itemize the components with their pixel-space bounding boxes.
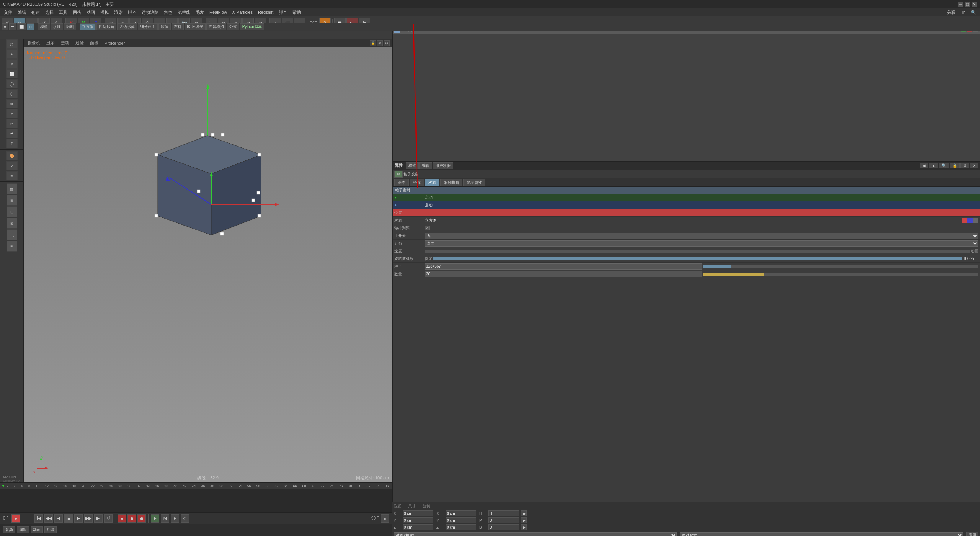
mode-points[interactable]: ● bbox=[2, 23, 8, 30]
attr-settings-btn[interactable]: 🔍 bbox=[939, 163, 949, 168]
vp-tab-options[interactable]: 选项 bbox=[59, 39, 71, 47]
mode-polygons[interactable]: ⬜ bbox=[17, 23, 26, 30]
menu-realflow[interactable]: RealFlow bbox=[207, 9, 229, 15]
vp-tab-panel[interactable]: 面板 bbox=[88, 39, 100, 47]
tool-grid6[interactable]: ≡ bbox=[7, 241, 17, 252]
menu-panel-right[interactable]: 关联 bbox=[945, 9, 958, 16]
coord-x-rot[interactable] bbox=[488, 510, 519, 516]
coord-z-rot[interactable] bbox=[488, 524, 519, 530]
menu-search[interactable]: 🔍 bbox=[969, 9, 978, 16]
attr-more-btn[interactable]: ⚙ bbox=[960, 163, 969, 168]
snap-btn[interactable]: 立方体 bbox=[80, 23, 96, 30]
tool-select[interactable]: ◎ bbox=[6, 39, 18, 49]
part-mode[interactable]: 公式 bbox=[227, 23, 239, 30]
attr-tab-basic[interactable]: 基本 bbox=[394, 179, 409, 186]
menu-mesh[interactable]: 网格 bbox=[70, 9, 83, 16]
menu-ir[interactable]: Ir bbox=[959, 9, 967, 16]
mode-object[interactable]: ◻ bbox=[27, 23, 34, 30]
menu-edit[interactable]: 编辑 bbox=[15, 9, 28, 16]
coord-apply-btn[interactable]: 应用 bbox=[966, 532, 978, 536]
anim-fn-btn[interactable]: 动画 bbox=[31, 526, 43, 533]
tool-circle[interactable]: ◯ bbox=[6, 79, 18, 88]
attr-section-emitter[interactable]: 粒子发射 bbox=[393, 187, 980, 194]
coord-z-size[interactable] bbox=[446, 524, 476, 530]
attr-input-pos[interactable] bbox=[425, 210, 978, 216]
timeline-list-btn[interactable]: ≡ bbox=[381, 514, 389, 523]
tool-sculpt2[interactable]: ⊘ bbox=[6, 161, 18, 170]
vp-tab-filter[interactable]: 过滤 bbox=[74, 39, 85, 47]
mode-model[interactable]: 模型 bbox=[38, 23, 50, 30]
menu-render[interactable]: 渲染 bbox=[112, 9, 125, 16]
keyframe-add-btn[interactable]: ● bbox=[11, 514, 20, 523]
emitter-icon-btn[interactable]: ⊕ bbox=[394, 171, 403, 178]
viewport[interactable]: 摄像机 显示 选项 过滤 面板 ProRender 🔒 ⊕ ⚙ bbox=[24, 39, 392, 482]
mode-texture[interactable]: 纹理 bbox=[51, 23, 63, 30]
stop-btn[interactable]: ■ bbox=[64, 514, 73, 523]
menu-xp[interactable]: X-Particles bbox=[230, 9, 255, 15]
attr-obj-remove-btn[interactable] bbox=[962, 218, 967, 223]
menu-select[interactable]: 选择 bbox=[43, 9, 56, 16]
anim-edit-btn[interactable]: 编辑 bbox=[17, 526, 29, 533]
tool-grid4[interactable]: ⊠ bbox=[7, 218, 17, 229]
minimize-btn[interactable]: ─ bbox=[958, 2, 963, 7]
menu-animation[interactable]: 动画 bbox=[84, 9, 97, 16]
attr-back-btn[interactable]: ◀ bbox=[920, 163, 928, 168]
goto-start-btn[interactable]: |◀ bbox=[34, 514, 43, 523]
coord-y-size[interactable] bbox=[446, 517, 476, 523]
coord-z-inc[interactable]: ▶ bbox=[521, 524, 527, 530]
menu-tools[interactable]: 工具 bbox=[57, 9, 70, 16]
attr-tab-display[interactable]: 显示属性 bbox=[463, 179, 485, 186]
sym-btn[interactable]: 软体 bbox=[158, 23, 171, 30]
menu-character[interactable]: 角色 bbox=[162, 9, 175, 16]
coord-y-rot[interactable] bbox=[488, 517, 519, 523]
menu-simulate[interactable]: 模拟 bbox=[98, 9, 111, 16]
attr-userdata-btn[interactable]: 用户数据 bbox=[433, 162, 453, 169]
rec-auto-btn[interactable]: ⏺ bbox=[127, 514, 136, 523]
attr-mode-btn[interactable]: 模式 bbox=[406, 162, 419, 169]
tool-live-selection[interactable]: ⊕ bbox=[6, 59, 18, 69]
tool-knife[interactable]: ✂ bbox=[6, 119, 18, 128]
menu-motion[interactable]: 运动追踪 bbox=[139, 9, 161, 16]
menu-redshift[interactable]: Redshift bbox=[256, 9, 276, 15]
vp-hud-btn[interactable]: ⊕ bbox=[377, 40, 383, 46]
py-mode[interactable]: Python脚本 bbox=[240, 23, 264, 30]
attr-edit-btn[interactable]: 编辑 bbox=[419, 162, 432, 169]
attr-obj-browse-btn[interactable]: … bbox=[973, 218, 978, 223]
tool-pen[interactable]: ✏ bbox=[6, 99, 18, 108]
timeline-mode-btn4[interactable]: ⏱ bbox=[181, 514, 189, 523]
loop-btn[interactable]: ↺ bbox=[104, 514, 113, 523]
rec-btn[interactable]: ● bbox=[118, 514, 126, 523]
attr-tab-coord[interactable]: 坐标 bbox=[410, 179, 424, 186]
menu-hair[interactable]: 毛发 bbox=[193, 9, 206, 16]
hair-mode[interactable]: 布料 bbox=[172, 23, 184, 30]
attr-speed-addon-btn[interactable]: 动画 bbox=[971, 248, 978, 254]
ngon-snap[interactable]: 四边形体 bbox=[117, 23, 137, 30]
coord-size-dropdown[interactable]: 绝对尺寸 bbox=[680, 532, 963, 536]
tool-magnet[interactable]: ⌖ bbox=[6, 109, 18, 118]
tool-paint[interactable]: 🎨 bbox=[6, 151, 18, 160]
attr-tab-object[interactable]: 对象 bbox=[425, 179, 439, 186]
menu-script[interactable]: 脚本 bbox=[126, 9, 139, 16]
vp-tab-prorender[interactable]: ProRender bbox=[103, 40, 126, 46]
attr-close-btn[interactable]: ✕ bbox=[970, 163, 978, 168]
attr-slider-seed[interactable] bbox=[703, 265, 978, 268]
attr-tab-sub[interactable]: 细分曲面 bbox=[440, 179, 462, 186]
tool-grid2[interactable]: ⊞ bbox=[7, 195, 17, 206]
attr-slider-rotation[interactable] bbox=[433, 257, 962, 260]
attr-slider-speed[interactable] bbox=[425, 250, 970, 253]
vp-tab-camera[interactable]: 摄像机 bbox=[26, 39, 42, 47]
timeline-mode-btn1[interactable]: F bbox=[151, 514, 159, 523]
anim-add-btn[interactable]: 音频 bbox=[3, 526, 15, 533]
coord-z-pos[interactable] bbox=[403, 524, 433, 530]
menu-script2[interactable]: 脚本 bbox=[276, 9, 289, 16]
tool-move[interactable]: ✦ bbox=[6, 49, 18, 59]
attr-select-distribution[interactable]: 表面 bbox=[425, 240, 978, 247]
tool-grid5[interactable]: ⋮⋮ bbox=[7, 229, 17, 240]
timeline-mode-btn2[interactable]: M bbox=[161, 514, 169, 523]
step-fwd-btn[interactable]: ▶▶ bbox=[84, 514, 93, 523]
tool-rect[interactable]: ⬜ bbox=[6, 69, 18, 78]
attr-obj-link-btn[interactable] bbox=[967, 218, 973, 223]
menu-pipeline[interactable]: 流程线 bbox=[175, 9, 193, 16]
tool-poly[interactable]: ⬡ bbox=[6, 89, 18, 98]
maximize-btn[interactable]: □ bbox=[965, 2, 970, 7]
